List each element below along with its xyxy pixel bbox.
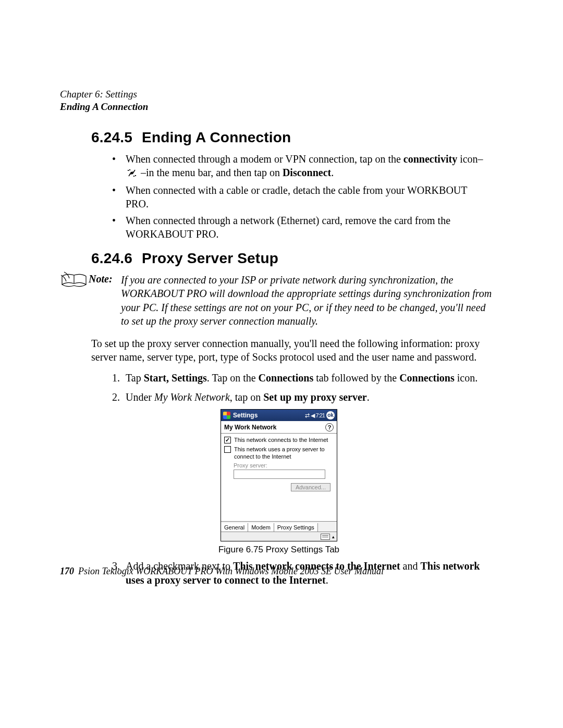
note-block: Note: If you are connected to your ISP o… [60, 273, 498, 328]
note-label: Note: [89, 273, 121, 285]
bullet-list: When connected through a modem or VPN co… [112, 152, 493, 241]
paragraph: To set up the proxy server connection ma… [91, 337, 492, 364]
page-footer: 170Psion Teklogix WORKABOUT PRO With Win… [60, 566, 498, 577]
document-page: Chapter 6: Settings Ending A Connection … [60, 89, 498, 587]
screenshot-figure: Settings ⇄ ◀ 7:21 ok My Work Network ? T… [60, 409, 498, 541]
svg-rect-5 [135, 175, 136, 176]
tab-proxy-settings[interactable]: Proxy Settings [274, 523, 318, 532]
proxy-server-label: Proxy server: [234, 462, 334, 468]
keyboard-icon[interactable] [321, 534, 330, 540]
heading-number: 6.24.5 [91, 129, 132, 145]
start-flag-icon[interactable] [223, 412, 230, 419]
clock-text: 7:21 [316, 412, 325, 418]
figure-caption: Figure 6.75 Proxy Settings Tab [60, 545, 498, 555]
checkbox-row: This network connects to the Internet [224, 437, 334, 444]
svg-rect-3 [129, 169, 130, 170]
titlebar-text: Settings [233, 412, 258, 419]
heading-text: Proxy Server Setup [142, 250, 278, 266]
heading-proxy-setup: 6.24.6Proxy Server Setup [91, 250, 498, 267]
svg-rect-2 [128, 170, 129, 171]
device-titlebar: Settings ⇄ ◀ 7:21 ok [221, 410, 337, 421]
device-screen: Settings ⇄ ◀ 7:21 ok My Work Network ? T… [221, 409, 337, 541]
heading-text: Ending A Connection [142, 129, 291, 145]
ok-button[interactable]: ok [326, 411, 335, 419]
footer-text: Psion Teklogix WORKABOUT PRO With Window… [78, 566, 384, 576]
checkbox-connects-internet[interactable] [224, 437, 231, 443]
checkbox-row: This network uses a proxy server to conn… [224, 446, 334, 461]
checkbox-label: This network connects to the Internet [234, 437, 328, 444]
section-subtitle: Ending A Connection [60, 101, 498, 113]
connectivity-icon [127, 167, 137, 180]
bullet-item: When connected through a modem or VPN co… [112, 152, 493, 180]
bullet-item: When connected through a network (Ethern… [112, 214, 493, 241]
connectivity-status-icon[interactable]: ⇄ [305, 412, 309, 419]
svg-rect-4 [133, 176, 134, 177]
book-icon [60, 271, 89, 293]
heading-ending-connection: 6.24.5Ending A Connection [91, 129, 498, 146]
heading-number: 6.24.6 [91, 250, 132, 266]
page-number: 170 [60, 566, 74, 576]
screen-header: My Work Network ? [221, 421, 337, 434]
sip-arrow-icon[interactable]: ▴ [332, 534, 335, 539]
chapter-line: Chapter 6: Settings [60, 89, 498, 100]
screen-title: My Work Network [224, 424, 276, 431]
tab-modem[interactable]: Modem [248, 523, 274, 532]
proxy-server-input[interactable] [234, 470, 325, 479]
screen-body: This network connects to the Internet Th… [221, 434, 337, 521]
sip-bar: ▴ [221, 532, 337, 541]
help-icon[interactable]: ? [325, 423, 334, 431]
tab-general[interactable]: General [221, 523, 248, 532]
ordered-steps: Tap Start, Settings. Tap on the Connecti… [112, 371, 492, 404]
advanced-button[interactable]: Advanced... [291, 483, 331, 491]
checkbox-uses-proxy[interactable] [224, 446, 231, 453]
step-item: Under My Work Network, tap on Set up my … [112, 390, 492, 404]
step-item: Tap Start, Settings. Tap on the Connecti… [112, 371, 492, 385]
note-text: If you are connected to your ISP or priv… [121, 273, 498, 328]
tab-bar: General Modem Proxy Settings [221, 521, 337, 532]
speaker-icon[interactable]: ◀ [311, 412, 314, 419]
checkbox-label: This network uses a proxy server to conn… [234, 446, 334, 461]
bullet-item: When connected with a cable or cradle, d… [112, 183, 493, 211]
